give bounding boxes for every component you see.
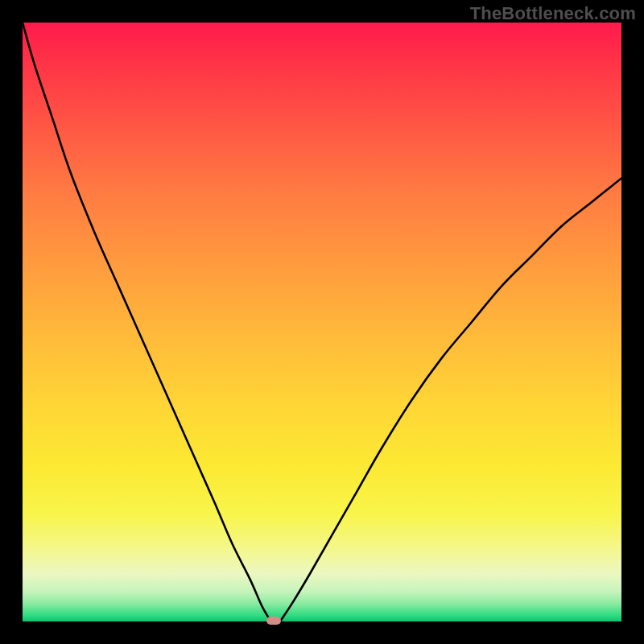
bottleneck-curve [23,23,621,621]
watermark-text: TheBottleneck.com [470,3,636,24]
curve-left-branch [23,23,271,621]
curve-right-branch [280,178,621,621]
optimal-marker [266,617,281,625]
chart-plot-area [23,23,621,621]
